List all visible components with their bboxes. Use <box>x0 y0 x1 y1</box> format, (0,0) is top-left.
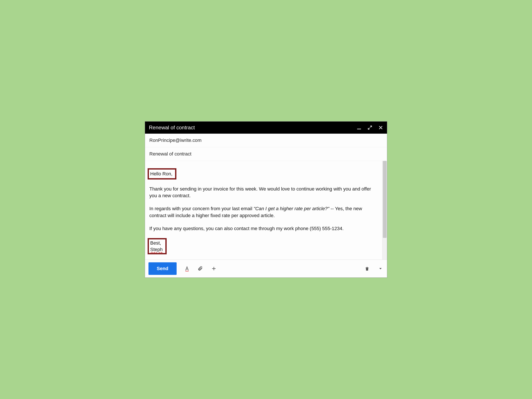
compose-toolbar: Send <box>145 260 387 277</box>
greeting-highlight: Hello Ron, <box>148 168 176 180</box>
subject-value: Renewal of contract <box>149 151 191 156</box>
body-wrap: Hello Ron, Thank you for sending in your… <box>145 161 387 260</box>
send-button[interactable]: Send <box>148 262 177 275</box>
signature-name: Steph <box>150 247 163 252</box>
to-value: RonPrincipe@iwrite.com <box>149 137 202 143</box>
body-paragraph-1: Thank you for sending in your invoice fo… <box>149 186 378 200</box>
minimize-icon[interactable] <box>357 125 361 130</box>
compose-titlebar: Renewal of contract <box>145 122 387 134</box>
insert-more-icon[interactable] <box>211 266 217 272</box>
compose-window: Renewal of contract RonPrincipe@iwrite.c… <box>145 121 387 278</box>
to-field[interactable]: RonPrincipe@iwrite.com <box>145 134 387 147</box>
message-body[interactable]: Hello Ron, Thank you for sending in your… <box>145 161 382 260</box>
signature-highlight: Best, Steph <box>148 238 167 254</box>
greeting-text: Hello Ron, <box>150 171 172 176</box>
scrollbar-thumb[interactable] <box>383 161 386 238</box>
para2-quote: "Can I get a higher rate per article?" <box>254 206 329 211</box>
para2-pre: In regards with your concern from your l… <box>149 206 254 211</box>
attach-file-icon[interactable] <box>197 266 203 272</box>
discard-draft-icon[interactable] <box>364 266 370 272</box>
body-paragraph-3: If you have any questions, you can also … <box>149 225 378 232</box>
svg-rect-0 <box>357 129 361 129</box>
subject-field[interactable]: Renewal of contract <box>145 147 387 161</box>
signoff-text: Best, <box>150 240 161 246</box>
titlebar-actions <box>357 125 383 130</box>
expand-icon[interactable] <box>367 125 372 130</box>
more-options-icon[interactable] <box>377 266 384 272</box>
close-icon[interactable] <box>378 125 383 130</box>
format-text-icon[interactable] <box>184 266 190 272</box>
body-scrollbar[interactable] <box>382 161 387 260</box>
body-paragraph-2: In regards with your concern from your l… <box>149 205 378 219</box>
compose-title: Renewal of contract <box>149 125 195 131</box>
